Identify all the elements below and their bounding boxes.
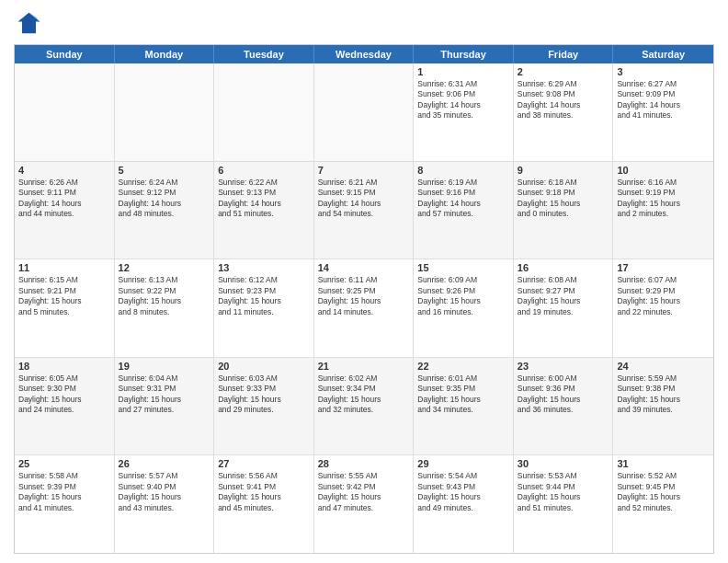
calendar-cell-day-5: 5Sunrise: 6:24 AMSunset: 9:12 PMDaylight… <box>115 162 215 259</box>
cell-info-line: Sunrise: 6:18 AM <box>518 178 609 188</box>
cell-info-line: Sunset: 9:43 PM <box>417 482 509 492</box>
cell-info-line: Sunrise: 6:01 AM <box>417 373 509 384</box>
cell-info-line: Sunrise: 6:24 AM <box>119 178 210 188</box>
cell-info-line: Daylight: 15 hours <box>119 296 210 306</box>
cell-info-line: Sunset: 9:16 PM <box>417 188 509 198</box>
cell-info-line: Daylight: 15 hours <box>119 492 210 502</box>
cell-info-line: Sunrise: 6:29 AM <box>518 79 609 89</box>
calendar-row-2: 4Sunrise: 6:26 AMSunset: 9:11 PMDaylight… <box>15 162 713 260</box>
cell-info-line: Sunrise: 6:22 AM <box>218 178 310 188</box>
cell-info-line: Daylight: 14 hours <box>318 199 410 209</box>
cell-info-line: Sunset: 9:35 PM <box>417 384 509 394</box>
cell-info-line: Daylight: 15 hours <box>218 296 310 306</box>
calendar-cell-day-20: 20Sunrise: 6:03 AMSunset: 9:33 PMDayligh… <box>214 358 314 455</box>
cell-info-line: Daylight: 15 hours <box>518 199 609 209</box>
cell-info-line: Daylight: 15 hours <box>518 296 609 306</box>
cell-info-line: Sunrise: 6:19 AM <box>417 178 509 188</box>
cell-info-line: Sunset: 9:29 PM <box>617 286 710 296</box>
calendar-cell-empty <box>115 63 215 161</box>
cell-info-line: Sunset: 9:45 PM <box>617 482 710 492</box>
cell-info-line: Sunset: 9:39 PM <box>18 482 110 492</box>
cell-info-line: and 48 minutes. <box>119 209 210 219</box>
cell-info-line: Sunrise: 6:07 AM <box>617 275 710 285</box>
cell-info-line: Sunset: 9:36 PM <box>518 384 609 394</box>
cell-info-line: Sunrise: 6:27 AM <box>617 79 710 89</box>
calendar-cell-day-14: 14Sunrise: 6:11 AMSunset: 9:25 PMDayligh… <box>314 259 415 357</box>
header-day-saturday: Saturday <box>613 45 713 63</box>
cell-info-line: Sunrise: 6:11 AM <box>318 275 410 285</box>
calendar-cell-day-29: 29Sunrise: 5:54 AMSunset: 9:43 PMDayligh… <box>414 455 514 553</box>
cell-info-line: Sunset: 9:11 PM <box>18 188 110 198</box>
day-number: 19 <box>119 361 210 372</box>
calendar-cell-empty <box>214 63 314 161</box>
day-number: 12 <box>119 262 210 273</box>
cell-info-line: Sunrise: 6:09 AM <box>417 275 509 285</box>
calendar-cell-day-15: 15Sunrise: 6:09 AMSunset: 9:26 PMDayligh… <box>414 259 514 357</box>
calendar-cell-empty <box>15 63 115 161</box>
cell-info-line: Sunrise: 6:16 AM <box>617 178 710 188</box>
calendar-cell-day-3: 3Sunrise: 6:27 AMSunset: 9:09 PMDaylight… <box>613 63 713 161</box>
day-number: 27 <box>218 458 310 469</box>
cell-info-line: Daylight: 15 hours <box>218 395 310 405</box>
cell-info-line: and 57 minutes. <box>417 209 509 219</box>
cell-info-line: Daylight: 15 hours <box>318 296 410 306</box>
cell-info-line: and 14 minutes. <box>318 307 410 317</box>
cell-info-line: Sunrise: 5:56 AM <box>218 471 310 481</box>
cell-info-line: Sunset: 9:13 PM <box>218 188 310 198</box>
day-number: 17 <box>617 262 710 273</box>
cell-info-line: Daylight: 15 hours <box>417 492 509 502</box>
cell-info-line: Daylight: 14 hours <box>119 199 210 209</box>
calendar-cell-day-7: 7Sunrise: 6:21 AMSunset: 9:15 PMDaylight… <box>314 162 415 259</box>
cell-info-line: Sunset: 9:42 PM <box>318 482 410 492</box>
cell-info-line: Sunrise: 6:00 AM <box>518 373 609 384</box>
calendar-cell-day-12: 12Sunrise: 6:13 AMSunset: 9:22 PMDayligh… <box>115 259 215 357</box>
header-day-tuesday: Tuesday <box>214 45 314 63</box>
cell-info-line: and 43 minutes. <box>119 503 210 513</box>
cell-info-line: Daylight: 15 hours <box>417 296 509 306</box>
day-number: 8 <box>417 165 509 176</box>
day-number: 9 <box>518 165 609 176</box>
calendar-cell-day-27: 27Sunrise: 5:56 AMSunset: 9:41 PMDayligh… <box>214 455 314 553</box>
calendar-cell-empty <box>314 63 415 161</box>
cell-info-line: Sunrise: 5:58 AM <box>18 471 110 481</box>
calendar-cell-day-30: 30Sunrise: 5:53 AMSunset: 9:44 PMDayligh… <box>514 455 614 553</box>
day-number: 5 <box>119 165 210 176</box>
calendar-row-4: 18Sunrise: 6:05 AMSunset: 9:30 PMDayligh… <box>15 358 713 456</box>
day-number: 23 <box>518 361 609 372</box>
day-number: 29 <box>417 458 509 469</box>
day-number: 28 <box>318 458 410 469</box>
cell-info-line: Sunrise: 6:21 AM <box>318 178 410 188</box>
cell-info-line: Sunrise: 6:08 AM <box>518 275 609 285</box>
cell-info-line: Sunrise: 5:55 AM <box>318 471 410 481</box>
calendar-cell-day-4: 4Sunrise: 6:26 AMSunset: 9:11 PMDaylight… <box>15 162 115 259</box>
header-day-wednesday: Wednesday <box>314 45 415 63</box>
cell-info-line: Sunrise: 5:59 AM <box>617 373 710 384</box>
cell-info-line: and 51 minutes. <box>218 209 310 219</box>
day-number: 20 <box>218 361 310 372</box>
calendar-cell-day-9: 9Sunrise: 6:18 AMSunset: 9:18 PMDaylight… <box>514 162 614 259</box>
cell-info-line: and 16 minutes. <box>417 307 509 317</box>
calendar-cell-day-6: 6Sunrise: 6:22 AMSunset: 9:13 PMDaylight… <box>214 162 314 259</box>
calendar-cell-day-1: 1Sunrise: 6:31 AMSunset: 9:06 PMDaylight… <box>414 63 514 161</box>
cell-info-line: Daylight: 14 hours <box>518 100 609 110</box>
calendar-cell-day-28: 28Sunrise: 5:55 AMSunset: 9:42 PMDayligh… <box>314 455 415 553</box>
cell-info-line: and 41 minutes. <box>617 110 710 121</box>
cell-info-line: and 8 minutes. <box>119 307 210 317</box>
cell-info-line: Sunrise: 6:31 AM <box>417 79 509 89</box>
calendar-cell-day-16: 16Sunrise: 6:08 AMSunset: 9:27 PMDayligh… <box>514 259 614 357</box>
cell-info-line: Sunrise: 5:53 AM <box>518 471 609 481</box>
cell-info-line: Sunset: 9:06 PM <box>417 89 509 99</box>
calendar-cell-day-11: 11Sunrise: 6:15 AMSunset: 9:21 PMDayligh… <box>15 259 115 357</box>
calendar-cell-day-19: 19Sunrise: 6:04 AMSunset: 9:31 PMDayligh… <box>115 358 215 455</box>
calendar-body: 1Sunrise: 6:31 AMSunset: 9:06 PMDaylight… <box>15 63 713 553</box>
day-number: 22 <box>417 361 509 372</box>
cell-info-line: and 47 minutes. <box>318 503 410 513</box>
cell-info-line: Sunset: 9:15 PM <box>318 188 410 198</box>
cell-info-line: Sunset: 9:41 PM <box>218 482 310 492</box>
page: SundayMondayTuesdayWednesdayThursdayFrid… <box>0 0 728 563</box>
day-number: 10 <box>617 165 710 176</box>
cell-info-line: and 49 minutes. <box>417 503 509 513</box>
cell-info-line: Daylight: 14 hours <box>417 100 509 110</box>
cell-info-line: and 11 minutes. <box>218 307 310 317</box>
calendar-cell-day-23: 23Sunrise: 6:00 AMSunset: 9:36 PMDayligh… <box>514 358 614 455</box>
